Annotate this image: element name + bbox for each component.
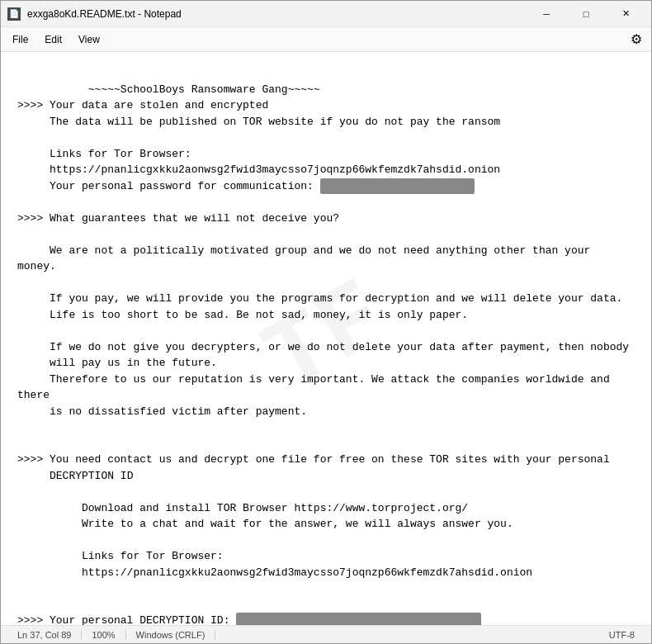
view-menu[interactable]: View <box>70 31 108 49</box>
menu-bar: File Edit View ⚙ <box>1 27 651 52</box>
window-controls: ─ □ ✕ <box>527 1 645 27</box>
encoding: UTF-8 <box>599 630 645 640</box>
text-editor[interactable]: TF ~~~~~SchoolBoys Ransomware Gang~~~~~ … <box>1 52 651 625</box>
title-bar: 📄 exxga8oKd.README.txt - Notepad ─ □ ✕ <box>1 1 651 27</box>
edit-menu[interactable]: Edit <box>36 31 70 49</box>
file-menu[interactable]: File <box>4 31 36 49</box>
document-content: ~~~~~SchoolBoys Ransomware Gang~~~~~ >>>… <box>17 65 635 625</box>
header-line: ~~~~~SchoolBoys Ransomware Gang~~~~~ <box>56 83 320 96</box>
app-icon: 📄 <box>7 7 21 21</box>
redacted-password <box>320 178 475 195</box>
line-ending: Windows (CRLF) <box>126 630 216 640</box>
notepad-window: 📄 exxga8oKd.README.txt - Notepad ─ □ ✕ F… <box>0 0 652 644</box>
maximize-button[interactable]: □ <box>567 1 605 27</box>
cursor-position: Ln 37, Col 89 <box>7 630 82 640</box>
close-button[interactable]: ✕ <box>607 1 645 27</box>
zoom-level: 100% <box>82 630 125 640</box>
minimize-button[interactable]: ─ <box>527 1 565 27</box>
settings-icon[interactable]: ⚙ <box>625 28 648 51</box>
window-title: exxga8oKd.README.txt - Notepad <box>27 8 527 20</box>
status-bar: Ln 37, Col 89 100% Windows (CRLF) UTF-8 <box>1 625 651 643</box>
redacted-decryption-id <box>236 613 480 625</box>
body-text-2: >>>> What guarantees that we will not de… <box>17 212 629 626</box>
